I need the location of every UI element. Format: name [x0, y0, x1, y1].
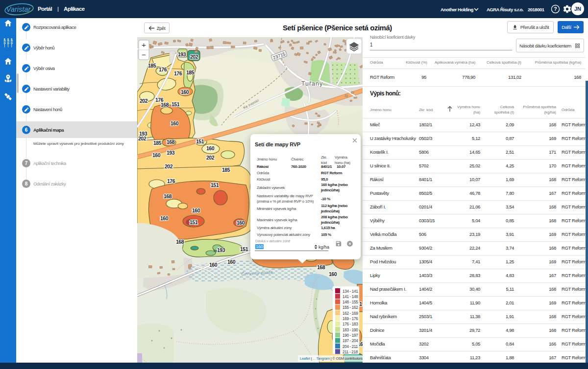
svg-text:151: 151 [240, 246, 248, 252]
svg-text:160: 160 [152, 152, 161, 158]
svg-text:190 - 197: 190 - 197 [343, 333, 358, 338]
svg-text:185: 185 [186, 69, 195, 75]
svg-text:160: 160 [181, 89, 189, 95]
svg-text:204 - 211: 204 - 211 [343, 345, 358, 349]
svg-text:197 - 204: 197 - 204 [343, 339, 358, 343]
svg-text:193: 193 [217, 247, 225, 253]
svg-text:202: 202 [140, 98, 148, 104]
svg-text:176: 176 [167, 178, 175, 184]
svg-text:+: + [142, 41, 146, 49]
svg-text:185: 185 [153, 140, 162, 146]
svg-text:−: − [142, 50, 146, 59]
svg-text:160: 160 [329, 271, 337, 277]
svg-text:168: 168 [176, 239, 184, 245]
svg-text:160: 160 [192, 208, 200, 213]
svg-text:185: 185 [148, 63, 156, 69]
svg-text:193: 193 [178, 51, 186, 57]
svg-text:185: 185 [222, 167, 230, 173]
svg-text:193: 193 [167, 150, 175, 156]
svg-text:169 - 176: 169 - 176 [343, 317, 358, 321]
svg-text:151: 151 [211, 182, 219, 188]
svg-text:160: 160 [206, 145, 215, 151]
svg-text:162 - 169: 162 - 169 [343, 311, 358, 316]
svg-text:Leaflet | ... Tangram | © OSM: Leaflet | ... Tangram | © OSM contributo… [300, 356, 363, 361]
svg-text:202: 202 [206, 155, 215, 161]
svg-text:151: 151 [196, 138, 204, 144]
svg-text:160: 160 [227, 259, 236, 265]
svg-text:183 - 190: 183 - 190 [343, 328, 358, 332]
svg-text:202: 202 [190, 54, 198, 60]
svg-text:155 - 162: 155 - 162 [343, 305, 358, 310]
svg-text:202: 202 [138, 136, 147, 141]
svg-text:160: 160 [160, 215, 169, 221]
svg-text:211 - 218: 211 - 218 [343, 350, 358, 354]
svg-text:151: 151 [172, 101, 180, 107]
svg-text:148 - 155: 148 - 155 [343, 300, 358, 304]
svg-text:141 - 148: 141 - 148 [343, 295, 358, 299]
svg-text:168: 168 [317, 264, 325, 270]
svg-text:Tuřany: Tuřany [301, 80, 323, 87]
svg-text:168: 168 [164, 193, 172, 199]
svg-text:168: 168 [167, 139, 175, 145]
svg-text:176: 176 [159, 67, 167, 72]
svg-text:176: 176 [174, 70, 182, 76]
svg-text:160: 160 [171, 120, 179, 126]
svg-text:176 - 183: 176 - 183 [343, 322, 358, 326]
svg-text:160: 160 [209, 262, 218, 268]
svg-text:160: 160 [237, 220, 245, 226]
svg-text:Varistar: Varistar [6, 5, 31, 13]
svg-text:1: 1 [359, 301, 362, 307]
svg-text:151: 151 [190, 219, 198, 225]
svg-text:168: 168 [161, 102, 169, 108]
svg-text:134 - 141: 134 - 141 [343, 289, 358, 294]
svg-text:202: 202 [165, 163, 173, 169]
svg-text:?: ? [554, 6, 557, 12]
